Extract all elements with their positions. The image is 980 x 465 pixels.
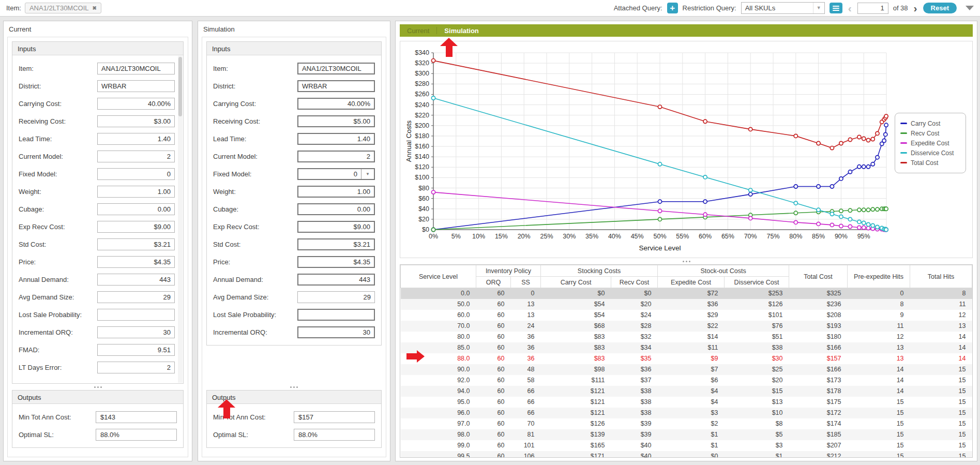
col-header-total-hits[interactable]: Total Hits (910, 265, 972, 288)
table-row-sl-99.5[interactable]: 99.560106$171$40$0$1$2121515 (401, 451, 972, 458)
item-tag[interactable]: ANA1/2LT30MCOIL ✖ (25, 3, 101, 13)
svg-text:$60: $60 (418, 195, 429, 202)
field-label: District: (213, 82, 297, 90)
query-list-button[interactable] (830, 3, 842, 13)
input-cubage[interactable]: 0.00 (297, 203, 375, 215)
table-row-sl-94.0[interactable]: 94.06066$121$38$4$15$1781415 (401, 386, 972, 397)
table-row-sl-95.0[interactable]: 95.06066$121$38$4$13$1751515 (401, 397, 972, 408)
splitter-handle[interactable] (400, 258, 973, 264)
svg-text:80%: 80% (789, 233, 802, 240)
input-weight[interactable]: 1.00 (97, 186, 175, 198)
input-district[interactable]: WRBAR (297, 80, 375, 92)
input-annual-demand[interactable]: 443 (297, 274, 375, 286)
input-carrying-cost[interactable]: 40.00% (97, 98, 175, 110)
input-weight[interactable]: 1.00 (297, 186, 375, 198)
splitter-handle[interactable] (206, 384, 382, 390)
input-lt-days-error[interactable]: 2 (97, 362, 175, 373)
add-attached-query-button[interactable]: + (667, 3, 678, 13)
toolbar-menu-icon[interactable] (966, 6, 974, 10)
table-row-sl-60.0[interactable]: 60.06013$54$24$29$101$208912 (401, 310, 972, 321)
input-fixed-model[interactable]: 0▼ (297, 168, 375, 180)
table-row-sl-98.0[interactable]: 98.06081$139$39$1$5$1851515 (401, 429, 972, 440)
attached-query-label: Attached Query: (614, 4, 662, 12)
input-lost-sale-probability[interactable] (97, 309, 175, 321)
input-current-model[interactable]: 2 (97, 151, 175, 162)
input-fixed-model[interactable]: 0 (97, 168, 175, 180)
input-exp-recv-cost[interactable]: $9.00 (297, 221, 375, 233)
field-row-current-model: Current Model:2 (213, 147, 375, 165)
input-avg-demand-size[interactable]: 29 (297, 291, 375, 303)
input-lost-sale-probability[interactable] (297, 309, 375, 321)
input-std-cost[interactable]: $3.21 (297, 238, 375, 250)
col-header-recv-cost[interactable]: Recv Cost (611, 277, 658, 288)
chevron-down-icon[interactable]: ▼ (813, 3, 824, 13)
col-header-expedite-cost[interactable]: Expedite Cost (658, 277, 725, 288)
input-receiving-cost[interactable]: $3.00 (97, 115, 175, 127)
input-price[interactable]: $4.35 (297, 256, 375, 268)
table-row-sl-97.0[interactable]: 97.06070$126$39$2$8$1741515 (401, 418, 972, 429)
prev-page-icon[interactable]: ‹ (847, 3, 853, 13)
optimal-sl-value[interactable]: 88.0% (294, 429, 375, 441)
next-page-icon[interactable]: › (913, 3, 918, 13)
legend-item-carry-cost: Carry Cost (900, 118, 960, 128)
input-lead-time[interactable]: 1.40 (297, 133, 375, 145)
col-header-disservice-cost[interactable]: Disservice Cost (725, 277, 789, 288)
input-std-cost[interactable]: $3.21 (97, 238, 175, 250)
field-row-std-cost: Std Cost:$3.21 (19, 235, 175, 253)
field-label: Item: (19, 65, 97, 72)
table-row-sl-70.0[interactable]: 70.06024$68$28$22$76$1931113 (401, 321, 972, 332)
input-exp-recv-cost[interactable]: $9.00 (97, 221, 175, 233)
input-fmad[interactable]: 9.51 (97, 344, 175, 356)
input-incremental-orq[interactable]: 30 (297, 326, 375, 338)
svg-text:$280: $280 (415, 80, 429, 87)
page-input[interactable] (857, 3, 888, 14)
remove-item-icon[interactable]: ✖ (93, 5, 97, 11)
table-row-sl-85.0[interactable]: 85.06036$83$34$11$38$1661314 (401, 342, 972, 353)
tab-simulation[interactable]: Simulation (437, 27, 486, 35)
table-row-sl-0.0[interactable]: 0.0600$0$0$72$253$32508 (401, 288, 972, 299)
svg-text:90%: 90% (835, 233, 848, 240)
tab-current[interactable]: Current (400, 27, 436, 35)
table-row-sl-90.0[interactable]: 90.06048$98$36$7$25$1661415 (401, 364, 972, 375)
svg-text:$40: $40 (418, 205, 429, 213)
current-inputs-group: Inputs Item:ANA1/2LT30MCOILDistrict:WRBA… (12, 41, 184, 384)
col-header-pre-expedite-hits[interactable]: Pre-expedite Hits (848, 265, 910, 288)
svg-text:10%: 10% (472, 233, 485, 240)
table-row-sl-92.0[interactable]: 92.06058$111$37$6$20$1731415 (401, 375, 972, 386)
restriction-query-select[interactable]: All SKULs ▼ (741, 2, 825, 14)
col-header-service-level[interactable]: Service Level (401, 265, 476, 288)
col-header-ss[interactable]: SS (511, 277, 541, 288)
table-row-sl-80.0[interactable]: 80.06036$83$32$14$51$1801214 (401, 332, 972, 342)
splitter-handle[interactable] (12, 384, 184, 390)
inputs-scrollbar[interactable] (178, 56, 183, 383)
col-header-carry-cost[interactable]: Carry Cost (541, 277, 611, 288)
reset-button[interactable]: Reset (923, 3, 957, 13)
table-row-sl-96.0[interactable]: 96.06066$121$38$3$10$1721515 (401, 408, 972, 418)
simulation-panel-title: Simulation (198, 21, 390, 35)
scrollbar-thumb[interactable] (178, 57, 182, 116)
input-avg-demand-size[interactable]: 29 (97, 291, 175, 303)
table-row-sl-50.0[interactable]: 50.06013$54$20$36$126$236811 (401, 299, 972, 310)
table-row-sl-88.0[interactable]: 88.06036$83$35$9$30$1571314 (401, 353, 972, 364)
col-header-orq[interactable]: ORQ (476, 277, 511, 288)
input-lead-time[interactable]: 1.40 (97, 133, 175, 145)
col-header-total-cost[interactable]: Total Cost (789, 265, 848, 288)
input-item[interactable]: ANA1/2LT30MCOIL (297, 63, 375, 74)
input-current-model[interactable]: 2 (297, 151, 375, 162)
input-receiving-cost[interactable]: $5.00 (297, 115, 375, 127)
min-tot-ann-cost-value[interactable]: $143 (96, 411, 177, 423)
input-incremental-orq[interactable]: 30 (97, 326, 175, 338)
optimal-sl-value[interactable]: 88.0% (96, 429, 177, 441)
field-row-price: Price:$4.35 (213, 253, 375, 271)
input-cubage[interactable]: 0.00 (97, 203, 175, 215)
input-price[interactable]: $4.35 (97, 256, 175, 268)
field-label: Std Cost: (213, 241, 297, 248)
min-tot-ann-cost-value[interactable]: $157 (294, 411, 375, 423)
input-carrying-cost[interactable]: 40.00% (297, 98, 375, 110)
chevron-down-icon[interactable]: ▼ (361, 169, 374, 179)
table-row-sl-99.0[interactable]: 99.060101$165$40$1$3$2071515 (401, 440, 972, 451)
input-item[interactable]: ANA1/2LT30MCOIL (97, 63, 175, 74)
input-annual-demand[interactable]: 443 (97, 274, 175, 286)
input-district[interactable]: WRBAR (97, 80, 175, 92)
field-row-carrying-cost: Carrying Cost:40.00% (19, 95, 175, 112)
